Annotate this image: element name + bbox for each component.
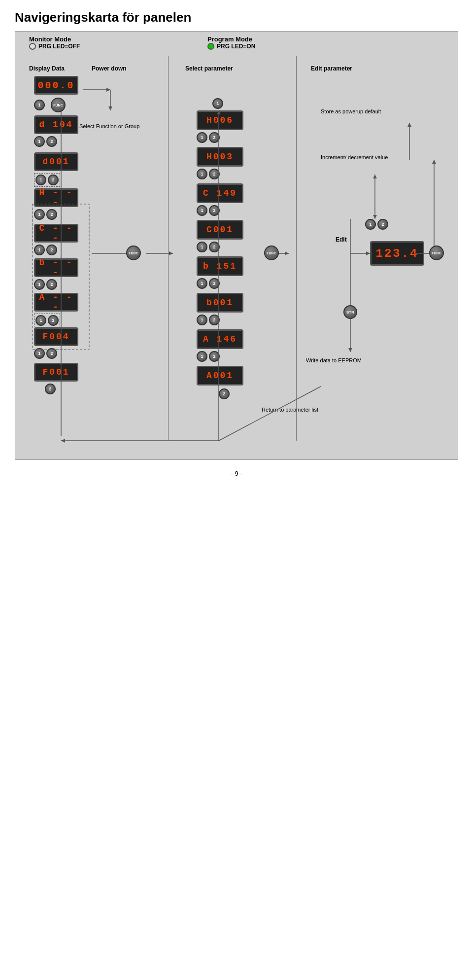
display-h003: H003 (197, 147, 243, 167)
power-down-label: Power down (92, 65, 127, 72)
nav-pair-1: 1 2 (34, 136, 57, 147)
btn-1-incr[interactable]: 1 (365, 219, 376, 230)
display-a146: A 146 (197, 329, 243, 349)
display-f001: F001 (34, 363, 78, 382)
svg-marker-22 (348, 348, 352, 352)
svg-marker-11 (366, 251, 370, 255)
nav-pair-prog-1: 1 2 (197, 132, 220, 143)
btn-2-incr[interactable]: 2 (377, 219, 388, 230)
btn-1-prog-4[interactable]: 1 (197, 242, 207, 252)
btn-2-prog-7[interactable]: 2 (209, 351, 220, 362)
svg-marker-9 (285, 251, 289, 255)
btn-2-prog-3[interactable]: 2 (209, 205, 220, 216)
nav-pair-incr: 1 2 (365, 219, 388, 230)
btn-2-3[interactable]: 2 (46, 209, 57, 220)
btn-1-prog-5[interactable]: 1 (197, 278, 207, 289)
increment-decrement-label: Increment/ decrement value (321, 154, 388, 161)
btn-2-prog-4[interactable]: 2 (209, 242, 220, 252)
display-a-dash: A - - - (34, 293, 78, 312)
nav-pair-prog-5: 1 2 (197, 278, 220, 289)
monitor-led-text: PRG LED=OFF (38, 43, 80, 50)
display-b151: b 151 (197, 256, 243, 276)
display-d104: d 104 (34, 115, 78, 134)
btn-1-4[interactable]: 1 (34, 245, 45, 255)
btn-1-6[interactable]: 1 (35, 315, 46, 326)
btn-1-prog-2[interactable]: 1 (197, 169, 207, 179)
svg-marker-28 (106, 88, 110, 92)
btn-1-1[interactable]: 1 (34, 136, 45, 147)
monitor-mode-label: Monitor Mode (29, 35, 80, 43)
btn-1-prog-3[interactable]: 1 (197, 205, 207, 216)
btn-1-prog-1[interactable]: 1 (197, 132, 207, 143)
btn-func-monitor[interactable]: FUNC (126, 245, 141, 260)
display-h006: H006 (197, 110, 243, 130)
nav-pair-prog-3: 1 2 (197, 205, 220, 216)
svg-marker-19 (373, 175, 377, 178)
nav-pair-7: 1 2 (34, 348, 57, 359)
nav-pair-5: 1 2 (34, 279, 57, 290)
program-mode-header: Program Mode PRG LED=ON (207, 35, 255, 50)
svg-marker-30 (108, 106, 112, 110)
monitor-led-circle (29, 43, 36, 50)
btn-func-program[interactable]: FUNC (264, 245, 279, 260)
btn-str[interactable]: STR (343, 305, 357, 319)
display-h-dash: H - - - (34, 188, 78, 207)
btn-2-prog-2[interactable]: 2 (209, 169, 220, 179)
btn-2-7[interactable]: 2 (46, 348, 57, 359)
nav-pair-prog-7: 1 2 (197, 351, 220, 362)
program-led-text: PRG LED=ON (217, 43, 255, 50)
display-c001: C001 (197, 220, 243, 240)
btn-2-1[interactable]: 2 (46, 136, 57, 147)
return-parameter-label: Return to parameter list (262, 406, 318, 414)
select-parameter-label: Select parameter (185, 65, 233, 72)
btn-2-prog-1[interactable]: 2 (209, 132, 220, 143)
store-powerup-label: Store as powerup default (321, 108, 381, 115)
page-number: - 9 - (15, 470, 458, 477)
divider-monitor-program (168, 56, 169, 441)
btn-2-4[interactable]: 2 (46, 245, 57, 255)
page-title: Navigeringskarta för panelen (15, 10, 458, 25)
nav-pair-6: 1 2 (34, 314, 60, 327)
btn-1-2[interactable]: 1 (35, 175, 46, 185)
svg-marker-15 (432, 160, 436, 164)
select-function-label: Select Function or Group (79, 123, 139, 130)
monitor-led: PRG LED=OFF (29, 43, 80, 50)
display-data-label: Display Data (29, 65, 65, 72)
btn-1-prog-7[interactable]: 1 (197, 351, 207, 362)
display-a001: A001 (197, 366, 243, 385)
display-f004: F004 (34, 327, 78, 346)
display-edit-value: 123.4 (370, 241, 424, 266)
btn-func-right[interactable]: FUNC (429, 245, 444, 260)
btn-2-2[interactable]: 2 (48, 175, 59, 185)
display-d000: 000.0 (34, 76, 78, 95)
btn-1-prog-6[interactable]: 1 (197, 315, 207, 325)
monitor-mode-header: Monitor Mode PRG LED=OFF (29, 35, 80, 50)
nav-pair-3: 1 2 (34, 209, 57, 220)
display-b001: b001 (197, 293, 243, 313)
svg-marker-25 (61, 439, 65, 443)
svg-marker-17 (407, 123, 411, 127)
divider-program-edit (296, 56, 297, 441)
program-mode-label: Program Mode (207, 35, 255, 43)
btn-2-bottom[interactable]: 2 (45, 384, 56, 394)
btn-2-prog-bottom[interactable]: 2 (219, 388, 230, 399)
btn-1-prog-top[interactable]: 1 (212, 98, 223, 109)
btn-1-top[interactable]: 1 (34, 100, 45, 110)
btn-2-5[interactable]: 2 (46, 279, 57, 290)
btn-1-3[interactable]: 1 (34, 209, 45, 220)
btn-func-top[interactable]: FUNC (51, 98, 66, 112)
edit-parameter-label: Edit parameter (311, 65, 352, 72)
display-c-dash: C - - - (34, 224, 78, 243)
display-c149: C 149 (197, 183, 243, 203)
edit-label: Edit (336, 236, 347, 243)
btn-2-prog-6[interactable]: 2 (209, 315, 220, 325)
btn-2-6[interactable]: 2 (48, 315, 59, 326)
btn-1-5[interactable]: 1 (34, 279, 45, 290)
btn-2-prog-5[interactable]: 2 (209, 278, 220, 289)
program-led-circle (207, 43, 214, 50)
write-data-label: Write data to EEPROM (306, 357, 362, 364)
btn-1-7[interactable]: 1 (34, 348, 45, 359)
nav-pair-prog-2: 1 2 (197, 169, 220, 179)
svg-marker-5 (169, 251, 173, 255)
page: Navigeringskarta för panelen (0, 0, 473, 487)
